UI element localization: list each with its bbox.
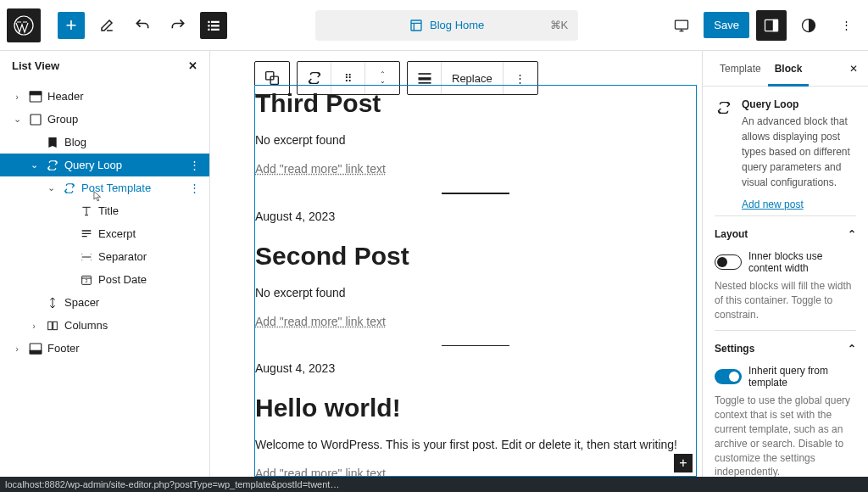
close-settings-icon[interactable]: ✕	[849, 63, 858, 75]
svg-rect-13	[30, 92, 42, 95]
chevron-icon[interactable]: ⌄	[10, 114, 24, 125]
status-bar: localhost:8882/wp-admin/site-editor.php?…	[0, 477, 868, 492]
add-block-button[interactable]: +	[58, 12, 85, 39]
document-title-bar[interactable]: Blog Home ⌘K	[315, 10, 578, 41]
post-item[interactable]: Hello world!Welcome to WordPress. This i…	[255, 385, 696, 477]
svg-rect-1	[208, 20, 209, 22]
svg-rect-22	[270, 76, 278, 84]
loop-icon	[715, 98, 733, 210]
tab-template[interactable]: Template	[713, 51, 768, 87]
chevron-icon[interactable]: ›	[27, 321, 41, 331]
redo-icon[interactable]	[164, 12, 192, 39]
listview-item-header[interactable]: ›Header	[0, 85, 209, 108]
settings-sidebar-toggle[interactable]	[756, 10, 787, 41]
listview-item-post-date[interactable]: 2Post Date	[0, 268, 209, 291]
svg-rect-18	[53, 321, 58, 329]
svg-rect-7	[411, 20, 421, 31]
listview-item-footer[interactable]: ›Footer	[0, 337, 209, 360]
inherit-query-toggle[interactable]	[715, 369, 742, 384]
listview-item-post-template[interactable]: ⌄Post Template⋮	[0, 176, 209, 199]
more-menu-icon[interactable]: ⋮	[831, 10, 861, 41]
listview-item-title[interactable]: Title	[0, 199, 209, 222]
listview-item-spacer[interactable]: Spacer	[0, 291, 209, 314]
excerpt-icon	[78, 227, 95, 241]
group-icon	[27, 112, 44, 127]
listview-item-label: Excerpt	[98, 227, 203, 240]
listview-item-label: Separator	[98, 250, 203, 263]
chevron-icon[interactable]: ⌄	[27, 159, 41, 171]
add-block-inline-icon[interactable]: +	[674, 454, 693, 472]
inherit-query-label: Inherit query from template	[748, 365, 856, 389]
layout-panel-title: Layout	[715, 228, 748, 240]
post-title[interactable]: Second Post	[255, 233, 696, 271]
item-more-icon[interactable]: ⋮	[186, 159, 203, 171]
post-excerpt[interactable]: Welcome to WordPress. This is your first…	[255, 438, 696, 451]
listview-item-separator[interactable]: Separator	[0, 245, 209, 268]
svg-rect-4	[211, 25, 220, 26]
listview-item-label: Post Date	[98, 273, 203, 286]
listview-item-label: Header	[47, 90, 203, 103]
title-icon	[78, 204, 95, 218]
post-title[interactable]: Third Post	[255, 86, 696, 118]
edit-mode-icon[interactable]	[93, 12, 120, 39]
view-desktop-icon[interactable]	[666, 10, 697, 41]
post-date[interactable]: August 4, 2023	[255, 361, 696, 375]
chevron-icon[interactable]: ⌄	[44, 182, 58, 193]
listview-item-label: Columns	[64, 319, 203, 332]
loop-icon	[61, 181, 78, 196]
columns-icon	[44, 319, 61, 333]
chevron-up-icon[interactable]: ⌃	[848, 343, 856, 355]
styles-icon[interactable]	[793, 10, 824, 41]
post-excerpt[interactable]: No excerpt found	[255, 286, 696, 299]
svg-rect-8	[676, 20, 688, 29]
read-more-placeholder[interactable]: Add "read more" link text	[255, 467, 696, 477]
svg-rect-24	[418, 77, 431, 80]
spacer-icon	[44, 296, 61, 310]
tab-block[interactable]: Block	[768, 51, 810, 87]
post-item[interactable]: Third PostNo excerpt foundAdd "read more…	[255, 86, 696, 233]
list-view-title: List View	[12, 59, 59, 72]
document-title: Blog Home	[430, 19, 484, 31]
read-more-placeholder[interactable]: Add "read more" link text	[255, 315, 696, 328]
header-icon	[27, 89, 44, 104]
close-listview-icon[interactable]: ✕	[188, 59, 198, 72]
save-button[interactable]: Save	[704, 12, 749, 38]
listview-item-blog[interactable]: Blog	[0, 131, 209, 154]
undo-icon[interactable]	[129, 12, 156, 39]
query-loop-block[interactable]: Third PostNo excerpt foundAdd "read more…	[254, 85, 697, 477]
date-icon: 2	[78, 273, 95, 287]
listview-item-excerpt[interactable]: Excerpt	[0, 222, 209, 245]
add-new-post-link[interactable]: Add new post	[742, 198, 804, 210]
post-excerpt[interactable]: No excerpt found	[255, 133, 696, 147]
svg-rect-10	[774, 20, 778, 31]
listview-toggle-icon[interactable]	[200, 12, 227, 39]
post-title[interactable]: Hello world!	[255, 385, 696, 422]
separator	[442, 193, 509, 194]
loop-icon	[44, 158, 61, 173]
settings-sidebar: Template Block ✕ Query Loop An advanced …	[702, 51, 868, 477]
wordpress-logo[interactable]	[7, 8, 41, 42]
chevron-up-icon[interactable]: ⌃	[848, 228, 856, 240]
chevron-icon[interactable]: ›	[10, 344, 24, 354]
chevron-icon[interactable]: ›	[10, 92, 24, 102]
post-item[interactable]: Second PostNo excerpt foundAdd "read mor…	[255, 233, 696, 386]
settings-panel-title: Settings	[715, 343, 754, 355]
listview-item-query-loop[interactable]: ⌄Query Loop⋮	[0, 154, 209, 176]
inherit-query-help: Toggle to use the global query context t…	[715, 394, 856, 477]
separator-icon	[78, 250, 95, 264]
content-width-toggle[interactable]	[715, 254, 742, 270]
listview-item-group[interactable]: ⌄Group	[0, 108, 209, 131]
svg-rect-17	[48, 321, 53, 329]
svg-rect-2	[211, 20, 220, 22]
post-date[interactable]: August 4, 2023	[255, 210, 696, 223]
listview-item-columns[interactable]: ›Columns	[0, 314, 209, 337]
read-more-placeholder[interactable]: Add "read more" link text	[255, 162, 696, 176]
listview-item-label: Group	[47, 113, 203, 126]
template-icon	[409, 19, 423, 32]
svg-rect-21	[266, 72, 274, 80]
svg-rect-3	[208, 25, 209, 26]
command-shortcut: ⌘K	[550, 19, 569, 31]
editor-canvas[interactable]: ⠿ ⌃⌄ Replace ⋮ Third PostNo excerpt foun…	[210, 51, 702, 477]
item-more-icon[interactable]: ⋮	[186, 182, 203, 194]
svg-rect-14	[31, 115, 41, 125]
